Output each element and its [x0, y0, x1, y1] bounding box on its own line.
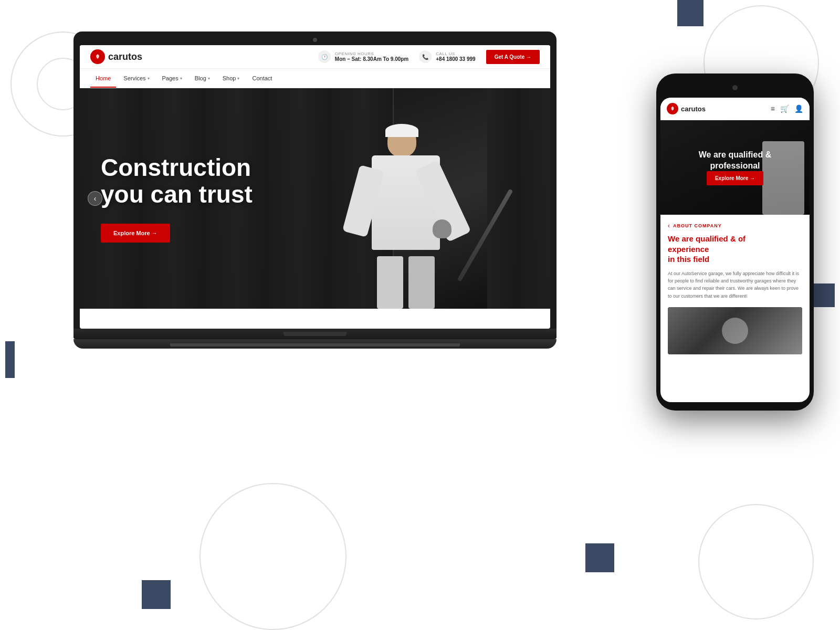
laptop-stand: [74, 339, 556, 349]
phone-nav-icons: ≡ 🛒 👤: [771, 104, 803, 113]
main-container: carutos 🕐 OPENING HOURS Mon – Sat: 8.30A…: [74, 32, 788, 349]
site-logo-name: carutos: [108, 51, 142, 62]
phone-about-section: ‹ ABOUT COMPANY We are qualified & of ex…: [660, 215, 810, 362]
shop-dropdown-arrow: ▾: [237, 76, 239, 81]
phone-screen: carutos ≡ 🛒 👤: [660, 98, 810, 402]
circle-decoration-bottom-center: [200, 483, 346, 630]
hero-prev-button[interactable]: ‹: [88, 191, 102, 206]
phone-hero: We are qualified & professional Explore …: [660, 120, 810, 215]
site-header-top: carutos 🕐 OPENING HOURS Mon – Sat: 8.30A…: [80, 45, 550, 69]
laptop-foot: [170, 343, 460, 346]
site-logo-icon: [90, 49, 105, 64]
clock-icon: 🕐: [318, 50, 331, 63]
about-image-circle: [722, 318, 748, 344]
phone-about-image: [668, 307, 802, 354]
phone-about-label-row: ‹ ABOUT COMPANY: [668, 222, 802, 229]
laptop-camera: [313, 38, 317, 42]
phone-logo-name: carutos: [681, 105, 706, 113]
phone-icon: 📞: [419, 50, 432, 63]
call-us-text: CALL US +84 1800 33 999: [436, 51, 475, 62]
laptop-body: carutos 🕐 OPENING HOURS Mon – Sat: 8.30A…: [74, 32, 556, 329]
phone-logo-icon: [667, 103, 678, 114]
about-chevron-icon: ‹: [668, 222, 670, 229]
phone-mockup: carutos ≡ 🛒 👤: [656, 74, 814, 411]
laptop-mockup: carutos 🕐 OPENING HOURS Mon – Sat: 8.30A…: [74, 32, 556, 349]
nav-item-shop[interactable]: Shop ▾: [217, 69, 245, 88]
bg-square-mid-right: [811, 284, 835, 307]
laptop-base: [74, 329, 556, 339]
nav-item-home[interactable]: Home: [90, 69, 116, 88]
hero-worker-area: [221, 88, 550, 309]
phone-cart-icon[interactable]: 🛒: [780, 104, 789, 113]
nav-item-pages[interactable]: Pages ▾: [157, 69, 187, 88]
laptop-screen: carutos 🕐 OPENING HOURS Mon – Sat: 8.30A…: [80, 45, 550, 329]
phone-hero-title: We are qualified & professional: [699, 150, 771, 172]
phone-front-camera: [732, 85, 738, 90]
bg-square-top-right: [677, 0, 704, 26]
hero-explore-button[interactable]: Explore More →: [101, 224, 170, 243]
site-logo: carutos: [90, 49, 142, 64]
pages-dropdown-arrow: ▾: [180, 76, 182, 81]
blog-dropdown-arrow: ▾: [208, 76, 210, 81]
phone-about-body: At our AutoService garage, we fully appr…: [668, 270, 802, 300]
hero-content: Construction you can trust Explore More …: [101, 154, 253, 242]
worker-figure: [351, 109, 456, 309]
phone-hero-text: We are qualified & professional Explore …: [699, 150, 771, 186]
site-nav: Home Services ▾ Pages ▾ Blog ▾: [80, 69, 550, 88]
phone-hero-explore-button[interactable]: Explore More →: [707, 171, 763, 185]
call-us-value: +84 1800 33 999: [436, 56, 475, 62]
opening-hours-value: Mon – Sat: 8.30Am To 9.00pm: [335, 56, 408, 62]
phone-about-image-content: [668, 307, 802, 354]
phone-site-header: carutos ≡ 🛒 👤: [660, 98, 810, 120]
bg-square-bottom-left: [142, 580, 171, 609]
site-header-info: 🕐 OPENING HOURS Mon – Sat: 8.30Am To 9.0…: [318, 50, 540, 64]
nav-item-contact[interactable]: Contact: [247, 69, 277, 88]
phone-body: carutos ≡ 🛒 👤: [656, 74, 814, 411]
phone-about-title: We are qualified & of experience in this…: [668, 234, 802, 265]
opening-hours-text: OPENING HOURS Mon – Sat: 8.30Am To 9.00p…: [335, 51, 408, 62]
phone-about-label-text: ABOUT COMPANY: [673, 223, 722, 228]
phone-menu-icon[interactable]: ≡: [771, 104, 775, 113]
call-us-label: CALL US: [436, 51, 475, 56]
nav-item-services[interactable]: Services ▾: [118, 69, 154, 88]
opening-hours-label: OPENING HOURS: [335, 51, 408, 56]
phone-user-icon[interactable]: 👤: [794, 104, 803, 113]
services-dropdown-arrow: ▾: [148, 76, 150, 81]
bg-square-left: [5, 341, 15, 378]
get-quote-button[interactable]: Get A Quote →: [486, 50, 540, 64]
hero-title: Construction you can trust: [101, 154, 253, 207]
opening-hours-info: 🕐 OPENING HOURS Mon – Sat: 8.30Am To 9.0…: [318, 50, 408, 63]
nav-item-blog[interactable]: Blog ▾: [190, 69, 215, 88]
laptop-notch: [284, 332, 346, 336]
phone-notch: [709, 82, 761, 93]
call-us-info: 📞 CALL US +84 1800 33 999: [419, 50, 475, 63]
site-hero: ‹ Construction you can trust Explore Mor…: [80, 88, 550, 309]
bg-square-bottom-right: [585, 543, 614, 572]
phone-logo: carutos: [667, 103, 706, 114]
circle-decoration-bottom-right: [698, 504, 814, 620]
